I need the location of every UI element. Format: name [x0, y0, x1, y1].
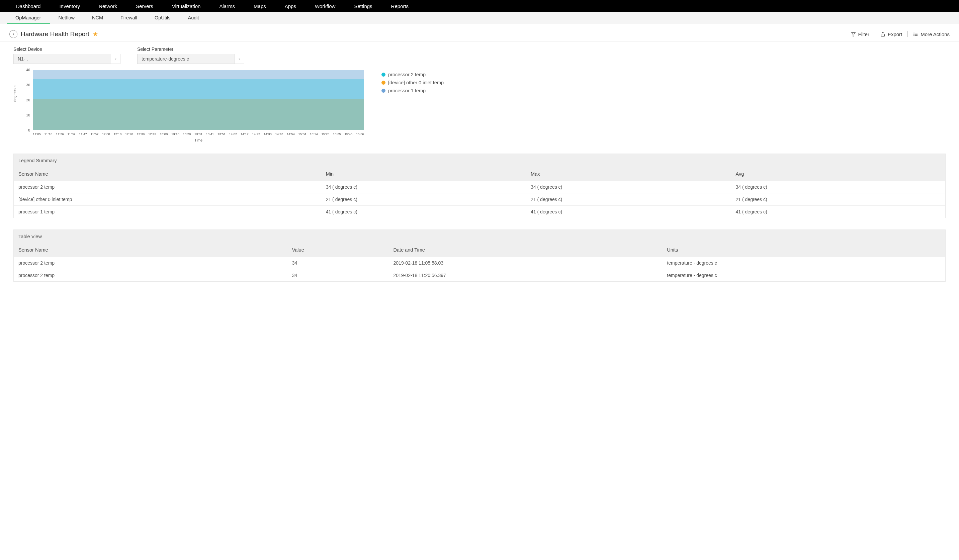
table-row: processor 2 temp342019-02-18 11:20:56.39… [14, 269, 945, 282]
subnav-item[interactable]: OpManager [7, 12, 50, 24]
x-tick: 12:18 [114, 132, 122, 136]
cell: processor 2 temp [18, 260, 292, 266]
x-tick: 13:41 [206, 132, 214, 136]
cell: 21 ( degrees c) [736, 197, 941, 202]
cell: processor 2 temp [18, 185, 326, 190]
x-tick: 13:51 [218, 132, 226, 136]
legend-dot-icon [381, 89, 386, 93]
x-axis: 11:0511:1611:2611:3711:4711:5712:0812:18… [33, 132, 364, 136]
plot-area [33, 70, 364, 130]
cell: 41 ( degrees c) [326, 209, 531, 215]
x-tick: 13:10 [171, 132, 179, 136]
column-header: Units [667, 247, 941, 253]
table-view-panel: Table View Sensor NameValueDate and Time… [13, 229, 946, 282]
x-tick: 14:12 [241, 132, 249, 136]
topnav-item[interactable]: Apps [276, 3, 306, 9]
export-action[interactable]: Export [880, 32, 902, 37]
topnav-item[interactable]: Alarms [210, 3, 244, 9]
back-button[interactable] [10, 30, 18, 38]
legend-summary-header: Sensor NameMinMaxAvg [14, 167, 945, 181]
subnav-item[interactable]: Firewall [112, 12, 146, 24]
svg-point-6 [914, 34, 914, 34]
svg-point-5 [914, 33, 914, 33]
x-axis-label: Time [33, 138, 364, 142]
legend-summary-title: Legend Summary [14, 154, 945, 167]
x-tick: 14:02 [229, 132, 237, 136]
legend-label: [device] other 0 inlet temp [388, 80, 444, 85]
parameter-selector[interactable]: temperature-degrees c [137, 54, 244, 64]
filter-action[interactable]: Filter [851, 32, 869, 37]
subnav-item[interactable]: Netflow [50, 12, 83, 24]
topnav-item[interactable]: Dashboard [7, 3, 50, 9]
page-title: Hardware Health Report [21, 30, 89, 38]
device-selector[interactable]: N1- . [13, 54, 121, 64]
more-actions[interactable]: More Actions [913, 32, 949, 37]
parameter-dropdown-button[interactable] [234, 54, 244, 64]
x-tick: 12:08 [102, 132, 110, 136]
parameter-selector-group: Select Parameter temperature-degrees c [137, 46, 244, 64]
y-tick: 40 [21, 68, 30, 72]
list-icon [913, 32, 918, 37]
cell: 2019-02-18 11:20:56.397 [393, 273, 667, 278]
topnav-item[interactable]: Reports [382, 3, 418, 9]
cell: 34 [292, 260, 393, 266]
topnav-item[interactable]: Workflow [306, 3, 345, 9]
table-row: processor 2 temp34 ( degrees c)34 ( degr… [14, 181, 945, 193]
x-tick: 14:54 [287, 132, 295, 136]
legend-item[interactable]: processor 1 temp [381, 88, 444, 93]
chart-row: degrees c 010203040 11:0511:1611:2611:37… [13, 70, 946, 144]
x-tick: 15:35 [333, 132, 341, 136]
topnav-item[interactable]: Network [89, 3, 126, 9]
x-tick: 14:22 [252, 132, 260, 136]
svg-point-7 [914, 35, 914, 35]
x-tick: 11:16 [45, 132, 53, 136]
x-tick: 11:37 [68, 132, 76, 136]
divider [875, 31, 875, 37]
svg-marker-9 [239, 59, 240, 60]
subnav: OpManagerNetflowNCMFirewallOpUtilsAudit [0, 12, 959, 24]
device-label: Select Device [13, 46, 121, 52]
cell: 34 ( degrees c) [531, 185, 736, 190]
legend-item[interactable]: [device] other 0 inlet temp [381, 80, 444, 85]
table-row: processor 2 temp342019-02-18 11:05:58.03… [14, 256, 945, 269]
table-row: processor 1 temp41 ( degrees c)41 ( degr… [14, 205, 945, 218]
topnav-item[interactable]: Maps [244, 3, 276, 9]
table-view-header: Sensor NameValueDate and TimeUnits [14, 243, 945, 256]
x-tick: 15:25 [322, 132, 330, 136]
x-tick: 14:33 [264, 132, 272, 136]
subnav-item[interactable]: Audit [179, 12, 207, 24]
favorite-star-icon[interactable]: ★ [93, 30, 98, 38]
svg-marker-8 [115, 59, 116, 60]
x-tick: 15:04 [298, 132, 306, 136]
more-actions-label: More Actions [921, 32, 949, 37]
legend-item[interactable]: processor 2 temp [381, 72, 444, 77]
column-header: Avg [736, 171, 941, 177]
column-header: Sensor Name [18, 247, 292, 253]
chart-legend: processor 2 temp[device] other 0 inlet t… [381, 70, 444, 144]
column-header: Min [326, 171, 531, 177]
topnav-item[interactable]: Servers [126, 3, 162, 9]
cell: processor 1 temp [18, 209, 326, 215]
x-tick: 12:49 [148, 132, 156, 136]
y-tick: 20 [21, 98, 30, 102]
legend-label: processor 2 temp [388, 72, 425, 77]
x-tick: 11:26 [56, 132, 64, 136]
cell: 21 ( degrees c) [531, 197, 736, 202]
svg-marker-0 [851, 32, 855, 36]
chart-series-area [33, 99, 364, 130]
parameter-label: Select Parameter [137, 46, 244, 52]
x-tick: 11:47 [79, 132, 87, 136]
cell: temperature - degrees c [667, 260, 941, 266]
cell: [device] other 0 inlet temp [18, 197, 326, 202]
column-header: Value [292, 247, 393, 253]
topnav-item[interactable]: Virtualization [162, 3, 210, 9]
subnav-item[interactable]: OpUtils [146, 12, 179, 24]
subnav-item[interactable]: NCM [83, 12, 112, 24]
export-label: Export [888, 32, 902, 37]
topnav-item[interactable]: Settings [345, 3, 381, 9]
chart: degrees c 010203040 11:0511:1611:2611:37… [13, 70, 368, 144]
device-dropdown-button[interactable] [111, 54, 120, 64]
topnav-item[interactable]: Inventory [50, 3, 89, 9]
legend-dot-icon [381, 73, 386, 76]
topnav: DashboardInventoryNetworkServersVirtuali… [0, 0, 959, 12]
